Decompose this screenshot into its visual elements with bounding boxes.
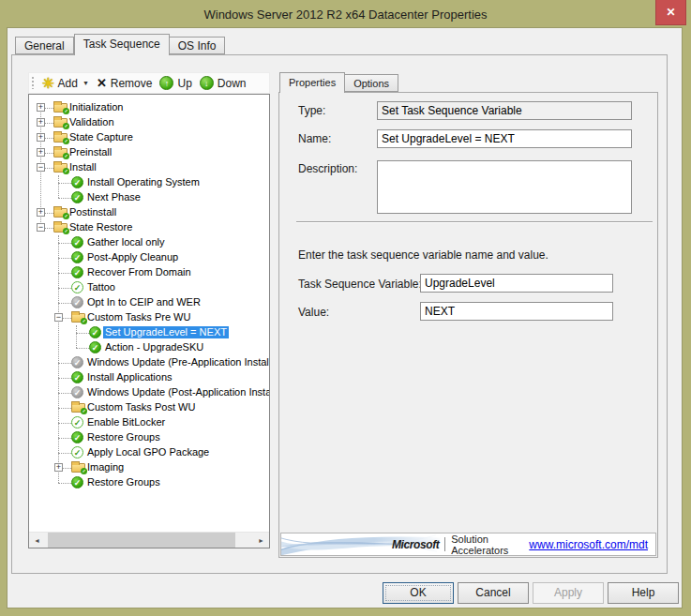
cancel-button[interactable]: Cancel bbox=[458, 582, 529, 604]
folder-icon bbox=[53, 223, 68, 233]
check-green-icon: ✓ bbox=[71, 251, 83, 263]
tree-item[interactable]: ✓ Restore Groups bbox=[29, 475, 269, 490]
check-gray-icon: ✓ bbox=[71, 386, 83, 398]
tree-item-label: Initialization bbox=[68, 101, 125, 113]
tree-item-label: Post-Apply Cleanup bbox=[85, 251, 180, 263]
step-tab-strip: Properties Options bbox=[279, 72, 398, 93]
expander-icon[interactable]: + bbox=[37, 148, 45, 157]
scroll-left-icon[interactable]: ◄ bbox=[29, 533, 45, 548]
check-green-icon: ✓ bbox=[71, 266, 83, 278]
tab-properties[interactable]: Properties bbox=[279, 72, 345, 93]
tree-item[interactable]: − Install bbox=[29, 160, 269, 175]
folder-icon bbox=[71, 463, 85, 473]
expander-icon[interactable]: + bbox=[37, 103, 45, 112]
x-icon: ✕ bbox=[97, 77, 107, 89]
remove-button[interactable]: ✕ Remove bbox=[93, 76, 157, 91]
tree-item-label: Install bbox=[68, 161, 98, 173]
tree-item[interactable]: − Custom Tasks Pre WU bbox=[29, 310, 269, 325]
description-label: Description: bbox=[298, 162, 357, 175]
tree-item[interactable]: + State Capture bbox=[29, 130, 269, 145]
tab-task-sequence[interactable]: Task Sequence bbox=[74, 34, 170, 55]
tree-item-label: Postinstall bbox=[68, 206, 118, 218]
tree-item-label: Custom Tasks Post WU bbox=[85, 401, 197, 413]
tab-general[interactable]: General bbox=[15, 37, 74, 54]
expander-icon[interactable]: + bbox=[54, 463, 63, 472]
folder-icon bbox=[53, 103, 68, 113]
tree-item[interactable]: + Imaging bbox=[29, 460, 269, 475]
tree-item[interactable]: + Postinstall bbox=[29, 205, 269, 220]
add-button[interactable]: ✳ Add ▼ bbox=[38, 76, 93, 91]
tree-item[interactable]: ✓ Post-Apply Cleanup bbox=[29, 250, 269, 265]
tree-item[interactable]: ✓ Next Phase bbox=[29, 190, 269, 205]
tree-item-label: Restore Groups bbox=[85, 431, 162, 443]
solution-accelerators-banner: Microsoft Solution Accelerators www.micr… bbox=[280, 533, 656, 556]
expander-icon[interactable]: + bbox=[37, 133, 45, 142]
check-outline-icon: ✓ bbox=[71, 416, 83, 428]
expander-icon[interactable]: + bbox=[37, 118, 45, 127]
expander-icon[interactable]: − bbox=[54, 313, 63, 322]
tab-options[interactable]: Options bbox=[345, 74, 398, 92]
logo-divider bbox=[444, 537, 445, 551]
window-title: Windows Server 2012 R2 x64 Datacenter Pr… bbox=[203, 8, 487, 22]
tree-item[interactable]: ✓ Opt In to CEIP and WER bbox=[29, 295, 269, 310]
tree-item[interactable]: ✓ Install Applications bbox=[29, 370, 269, 385]
close-icon: ✕ bbox=[666, 6, 675, 19]
tree-item-label: Windows Update (Post-Application Install… bbox=[85, 386, 269, 398]
ok-button[interactable]: OK bbox=[383, 582, 454, 604]
tree-item[interactable]: ✓ Install Operating System bbox=[29, 175, 269, 190]
down-circle-icon: ↓ bbox=[200, 76, 214, 90]
expander-icon[interactable]: + bbox=[37, 208, 45, 217]
check-green-icon: ✓ bbox=[89, 326, 101, 338]
help-button[interactable]: Help bbox=[608, 582, 679, 604]
up-circle-icon: ↑ bbox=[159, 76, 173, 90]
tree-item[interactable]: ✓ Tattoo bbox=[29, 280, 269, 295]
expander-icon[interactable]: − bbox=[37, 163, 45, 172]
value-field[interactable] bbox=[420, 302, 613, 321]
check-green-icon: ✓ bbox=[71, 431, 83, 443]
check-green-icon: ✓ bbox=[71, 191, 83, 203]
tree-item[interactable]: ✓ Recover From Domain bbox=[29, 265, 269, 280]
down-button[interactable]: ↓ Down bbox=[196, 75, 250, 91]
tree-item[interactable]: + Initialization bbox=[29, 100, 269, 115]
tree-item-label: Imaging bbox=[85, 461, 126, 473]
scrollbar-thumb[interactable] bbox=[48, 533, 235, 548]
tree-item[interactable]: Custom Tasks Post WU bbox=[29, 400, 269, 415]
tree-item[interactable]: ✓ Enable BitLocker bbox=[29, 415, 269, 430]
variable-field[interactable] bbox=[420, 274, 613, 293]
tab-os-info[interactable]: OS Info bbox=[170, 37, 226, 54]
tree-item[interactable]: + Preinstall bbox=[29, 145, 269, 160]
title-bar: Windows Server 2012 R2 x64 Datacenter Pr… bbox=[0, 0, 691, 28]
check-outline-icon: ✓ bbox=[71, 281, 83, 293]
tree-item[interactable]: + Validation bbox=[29, 115, 269, 130]
up-button-label: Up bbox=[177, 77, 191, 90]
tree-item[interactable]: ✓ Apply Local GPO Package bbox=[29, 445, 269, 460]
mdt-link[interactable]: www.microsoft.com/mdt bbox=[529, 538, 648, 551]
tree-item[interactable]: ✓ Restore Groups bbox=[29, 430, 269, 445]
tree-item[interactable]: ✓ Gather local only bbox=[29, 235, 269, 250]
description-field[interactable] bbox=[377, 160, 632, 214]
close-button[interactable]: ✕ bbox=[655, 0, 686, 25]
up-button[interactable]: ↑ Up bbox=[156, 75, 195, 91]
name-field[interactable] bbox=[377, 129, 632, 148]
variable-label: Task Sequence Variable: bbox=[298, 278, 422, 291]
tree-item[interactable]: − State Restore bbox=[29, 220, 269, 235]
tree-item[interactable]: ✓ Windows Update (Pre-Application Instal… bbox=[29, 355, 269, 370]
check-green-icon: ✓ bbox=[71, 476, 83, 488]
tree-item-label: Validation bbox=[68, 116, 116, 128]
horizontal-scrollbar[interactable]: ◄ ► bbox=[29, 532, 269, 548]
type-label: Type: bbox=[298, 104, 325, 117]
tree-item-label: Opt In to CEIP and WER bbox=[85, 296, 203, 308]
tree-item-label: Enable BitLocker bbox=[85, 416, 167, 428]
microsoft-logo: Microsoft bbox=[392, 538, 439, 551]
check-green-icon: ✓ bbox=[71, 236, 83, 248]
tree-item[interactable]: ✓ Windows Update (Post-Application Insta… bbox=[29, 385, 269, 400]
chevron-down-icon: ▼ bbox=[83, 80, 89, 86]
expander-icon[interactable]: − bbox=[37, 223, 45, 232]
tree-item-label: Recover From Domain bbox=[85, 266, 193, 278]
folder-icon bbox=[53, 133, 68, 143]
tree-item[interactable]: ✓ Action - UpgradeSKU bbox=[29, 340, 269, 355]
tree-item-label: Apply Local GPO Package bbox=[85, 446, 211, 458]
tree-item[interactable]: ✓ Set UpgradeLevel = NEXT bbox=[29, 325, 269, 340]
add-button-label: Add bbox=[58, 77, 78, 90]
scroll-right-icon[interactable]: ► bbox=[253, 533, 269, 548]
